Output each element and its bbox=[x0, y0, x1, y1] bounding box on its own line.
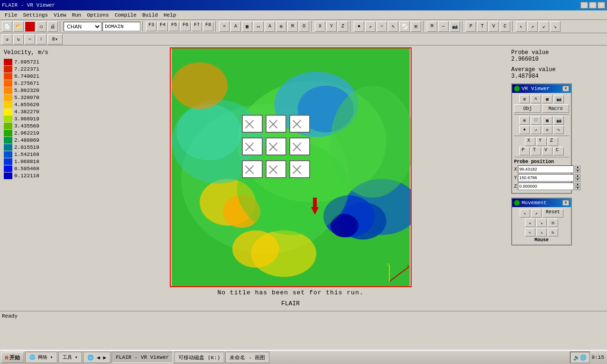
mov-close-btn[interactable]: × bbox=[562, 200, 569, 206]
channel-select[interactable]: CHAN bbox=[64, 22, 101, 31]
mov-rot-btn[interactable]: ↻ bbox=[548, 228, 558, 237]
circle-btn[interactable]: ○ bbox=[377, 21, 387, 32]
wave-btn[interactable]: ≈ bbox=[219, 21, 230, 32]
f8-btn[interactable]: F8 bbox=[203, 22, 213, 31]
f7-btn[interactable]: F7 bbox=[192, 22, 202, 31]
v-btn[interactable]: V bbox=[488, 21, 499, 32]
probe-z-dn[interactable]: ▼ bbox=[575, 187, 580, 190]
menu-file[interactable]: File bbox=[2, 11, 20, 19]
close-btn[interactable]: × bbox=[598, 2, 605, 9]
mov-nw-btn[interactable]: ⇖ bbox=[525, 228, 535, 237]
p-btn[interactable]: P bbox=[466, 21, 476, 32]
ul-btn[interactable]: ↖ bbox=[516, 21, 526, 32]
f4-btn[interactable]: F4 bbox=[157, 22, 168, 31]
vr-btn4-2[interactable]: ↗ bbox=[531, 126, 541, 134]
x-axis-btn[interactable]: X bbox=[315, 21, 325, 32]
visualization-container[interactable]: X Y bbox=[170, 47, 412, 287]
m-btn[interactable]: M bbox=[287, 21, 298, 32]
cross-btn[interactable]: ⊕ bbox=[276, 21, 286, 32]
z-axis-btn[interactable]: Z bbox=[338, 21, 348, 32]
btn4[interactable]: ◻ bbox=[36, 21, 46, 32]
probe-x-dn[interactable]: ▼ bbox=[575, 170, 580, 173]
vr-obj-btn[interactable]: Obj bbox=[514, 104, 541, 113]
mov-dr-btn[interactable]: ↘ bbox=[536, 218, 547, 227]
taskbar-ie[interactable]: 🌐 ◀ ▶ bbox=[83, 352, 110, 363]
vr-btn3-3[interactable]: ▦ bbox=[542, 116, 552, 125]
vr-btn3-2[interactable]: □ bbox=[531, 116, 541, 125]
mov-dl-btn[interactable]: ↙ bbox=[525, 218, 535, 227]
mov-se-btn[interactable]: ⇘ bbox=[536, 228, 547, 237]
color-btn[interactable] bbox=[25, 21, 35, 32]
arrow-btn[interactable]: ↗ bbox=[365, 21, 376, 32]
vr-btn3-1[interactable]: ⊞ bbox=[519, 116, 530, 125]
grid2-btn[interactable]: ⊞ bbox=[411, 21, 421, 32]
r-dropdown-btn[interactable]: R▾ bbox=[47, 34, 63, 45]
vr-btn4-4[interactable]: ✎ bbox=[553, 126, 564, 134]
m2-btn[interactable]: M bbox=[427, 21, 437, 32]
vr-btn3-4[interactable]: 📷 bbox=[553, 116, 564, 125]
o-btn[interactable]: O bbox=[299, 21, 309, 32]
taskbar-flair[interactable]: FLAIR - VR Viewer bbox=[111, 352, 173, 363]
vr-macro-btn[interactable]: Macro bbox=[542, 104, 569, 113]
flip-v-btn[interactable]: ↕ bbox=[36, 34, 46, 45]
mov-ur-btn[interactable]: ↗ bbox=[531, 209, 542, 218]
rect-btn[interactable]: ▭ bbox=[253, 21, 264, 32]
menu-run[interactable]: Run bbox=[69, 11, 84, 19]
ur-btn[interactable]: ↗ bbox=[527, 21, 538, 32]
dr-btn[interactable]: ↘ bbox=[550, 21, 561, 32]
vr-v-btn[interactable]: V bbox=[542, 147, 552, 155]
vr-t-btn[interactable]: T bbox=[531, 147, 541, 155]
probe-y-input[interactable] bbox=[518, 174, 574, 182]
vr-table-btn[interactable]: ▦ bbox=[542, 95, 552, 103]
print-btn[interactable]: 🖨 bbox=[47, 21, 58, 32]
pencil-btn[interactable]: ✎ bbox=[388, 21, 398, 32]
probe-y-up[interactable]: ▲ bbox=[575, 174, 580, 178]
anno-btn[interactable]: A bbox=[265, 21, 275, 32]
vr-y-btn[interactable]: Y bbox=[536, 137, 547, 146]
menu-view[interactable]: View bbox=[51, 11, 69, 19]
t-btn[interactable]: T bbox=[477, 21, 487, 32]
dl-btn[interactable]: ↙ bbox=[539, 21, 549, 32]
y-axis-btn[interactable]: Y bbox=[326, 21, 337, 32]
vr-c-btn[interactable]: C bbox=[553, 147, 564, 155]
vr-grid-btn[interactable]: ⊞ bbox=[519, 95, 530, 103]
vr-z-btn[interactable]: Z bbox=[548, 137, 558, 146]
menu-build[interactable]: Build bbox=[139, 11, 161, 19]
f3-btn[interactable]: F3 bbox=[146, 22, 156, 31]
menu-compile[interactable]: Compile bbox=[112, 11, 139, 19]
taskbar-tools[interactable]: 工具 ▾ bbox=[58, 352, 82, 363]
text-btn[interactable]: A bbox=[230, 21, 241, 32]
probe-z-up[interactable]: ▲ bbox=[575, 183, 580, 186]
mov-ul-btn[interactable]: ↖ bbox=[520, 209, 530, 218]
minus-btn[interactable]: — bbox=[438, 21, 449, 32]
c-btn[interactable]: C bbox=[500, 21, 510, 32]
chart-btn[interactable]: 📈 bbox=[399, 21, 410, 32]
grid-btn[interactable]: ▦ bbox=[242, 21, 252, 32]
probe-y-dn[interactable]: ▼ bbox=[575, 178, 580, 182]
probe-x-up[interactable]: ▲ bbox=[575, 166, 580, 169]
menu-settings[interactable]: Settings bbox=[20, 11, 51, 19]
taskbar-drive[interactable]: 可移动磁盘 (K:) bbox=[174, 352, 224, 363]
vr-btn4-3[interactable]: ⊙ bbox=[542, 126, 552, 134]
dot-btn[interactable]: ● bbox=[354, 21, 364, 32]
vr-cam-btn[interactable]: 📷 bbox=[553, 95, 564, 103]
vr-x-btn[interactable]: X bbox=[525, 137, 535, 146]
probe-x-input[interactable] bbox=[518, 165, 574, 173]
menu-help[interactable]: Help bbox=[161, 11, 179, 19]
rotate-left-btn[interactable]: ↺ bbox=[2, 34, 12, 45]
minimize-btn[interactable]: _ bbox=[580, 2, 588, 9]
camera-btn[interactable]: 📷 bbox=[450, 21, 460, 32]
maximize-btn[interactable]: □ bbox=[589, 2, 597, 9]
taskbar-network[interactable]: 🌐 网络 ▾ bbox=[25, 352, 57, 363]
taskbar-paint[interactable]: 未命名 - 画图 bbox=[225, 352, 269, 363]
start-button[interactable]: ⊞ 开始 bbox=[1, 352, 24, 363]
vr-a-btn[interactable]: A bbox=[531, 95, 541, 103]
vr-close-btn[interactable]: × bbox=[562, 86, 569, 91]
vr-btn4-1[interactable]: ● bbox=[519, 126, 530, 134]
open-btn[interactable]: 📂 bbox=[13, 21, 24, 32]
f6-btn[interactable]: F6 bbox=[180, 22, 191, 31]
rotate-right-btn[interactable]: ↻ bbox=[13, 34, 24, 45]
probe-z-input[interactable] bbox=[518, 182, 574, 190]
mov-reset-btn[interactable]: Reset bbox=[543, 209, 563, 218]
mov-special-btn[interactable]: ⊡ bbox=[548, 218, 558, 227]
